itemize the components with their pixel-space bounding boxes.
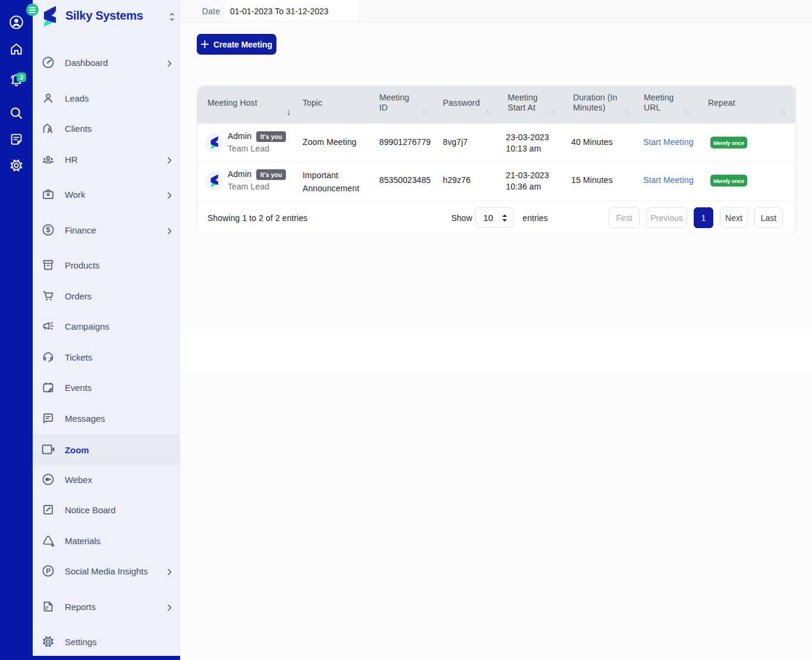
svg-text:$: $ xyxy=(46,226,51,234)
svg-text:P: P xyxy=(46,567,51,574)
